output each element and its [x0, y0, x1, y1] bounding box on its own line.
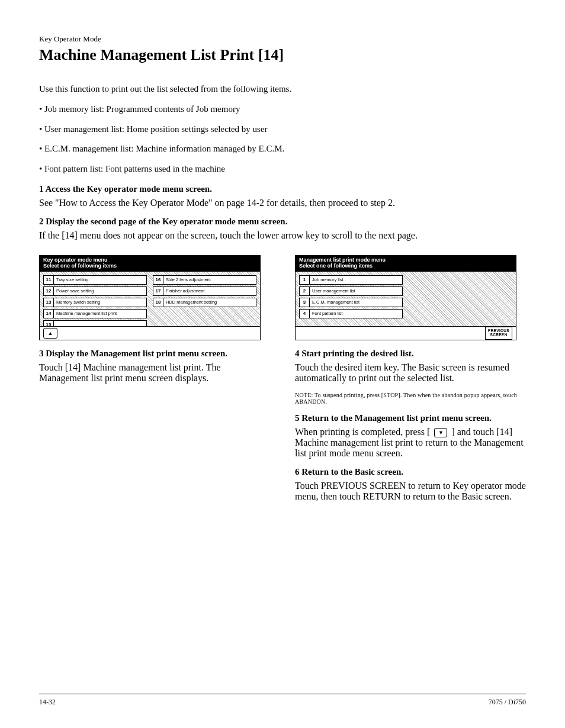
arrow-up-icon: ▲ [48, 330, 53, 336]
management-list-print-menu-screen: Management list print mode menu Select o… [295, 255, 516, 340]
scroll-up-button[interactable]: ▲ [43, 328, 57, 339]
previous-screen-button[interactable]: PREVIOUS SCREEN [485, 327, 512, 340]
menu-item-12[interactable]: 12 Power save setting [43, 286, 147, 296]
list-item-job-memory[interactable]: 1 Job memory list [299, 275, 403, 285]
bullet-3: • E.C.M. management list: Machine inform… [39, 143, 526, 156]
menu-item-13[interactable]: 13 Memory switch setting [43, 298, 147, 307]
step-1-body: See "How to Access the Key Operator Mode… [39, 198, 526, 208]
intro-text: Use this function to print out the list … [39, 83, 526, 96]
screen-b-header: Management list print mode menu Select o… [296, 256, 516, 272]
step-5-body: When printing is completed, press [ ▼ ] … [295, 427, 526, 459]
note-text: NOTE: To suspend printing, press [STOP].… [295, 392, 526, 405]
model-label: 7075 / Di750 [489, 698, 526, 707]
menu-item-16[interactable]: 16 Side 2 lens adjustment [153, 275, 256, 285]
step-5-head: 5 Return to the Management list print me… [295, 413, 526, 423]
bullet-1: • Job memory list: Programmed contents o… [39, 103, 526, 116]
menu-item-14[interactable]: 14 Machine management list print [43, 309, 147, 318]
bullet-2: • User management list: Home position se… [39, 123, 526, 136]
arrow-down-icon: ▼ [438, 430, 444, 436]
step-2-head: 2 Display the second page of the Key ope… [39, 217, 526, 227]
page-number: 14-32 [39, 698, 56, 707]
step-6-head: 6 Return to the Basic screen. [295, 467, 526, 477]
scroll-down-inline-button[interactable]: ▼ [434, 428, 447, 437]
screen-a-header: Key operator mode menu Select one of fol… [40, 256, 260, 272]
list-item-font-pattern[interactable]: 4 Font pattern list [299, 309, 403, 318]
chapter-label: Key Operator Mode [39, 34, 526, 44]
step-6-body: Touch PREVIOUS SCREEN to return to Key o… [295, 481, 526, 502]
page-title: Machine Management List Print [14] [39, 46, 526, 64]
step-4-body: Touch the desired item key. The Basic sc… [295, 362, 526, 384]
menu-item-17[interactable]: 17 Finisher adjustment [153, 286, 256, 296]
cross-ref-link[interactable]: "How to Access the Key Operator Mode" on… [55, 198, 264, 208]
page-footer: 14-32 7075 / Di750 [39, 694, 526, 707]
step-2-body: If the [14] menu does not appear on the … [39, 230, 526, 241]
menu-item-11[interactable]: 11 Tray size setting [43, 275, 147, 285]
key-operator-menu-screen: Key operator mode menu Select one of fol… [39, 255, 261, 340]
list-item-user-management[interactable]: 2 User management list [299, 286, 403, 296]
step-3-body: Touch [14] Machine management list print… [39, 362, 270, 384]
step-1-head: 1 Access the Key operator mode menu scre… [39, 184, 526, 194]
list-item-ecm-management[interactable]: 3 E.C.M. management list [299, 298, 403, 307]
menu-item-18[interactable]: 18 HDD management setting [153, 298, 256, 307]
step-3-head: 3 Display the Management list print menu… [39, 349, 270, 359]
bullet-4: • Font pattern list: Font patterns used … [39, 163, 526, 176]
step-4-head: 4 Start printing the desired list. [295, 349, 526, 359]
